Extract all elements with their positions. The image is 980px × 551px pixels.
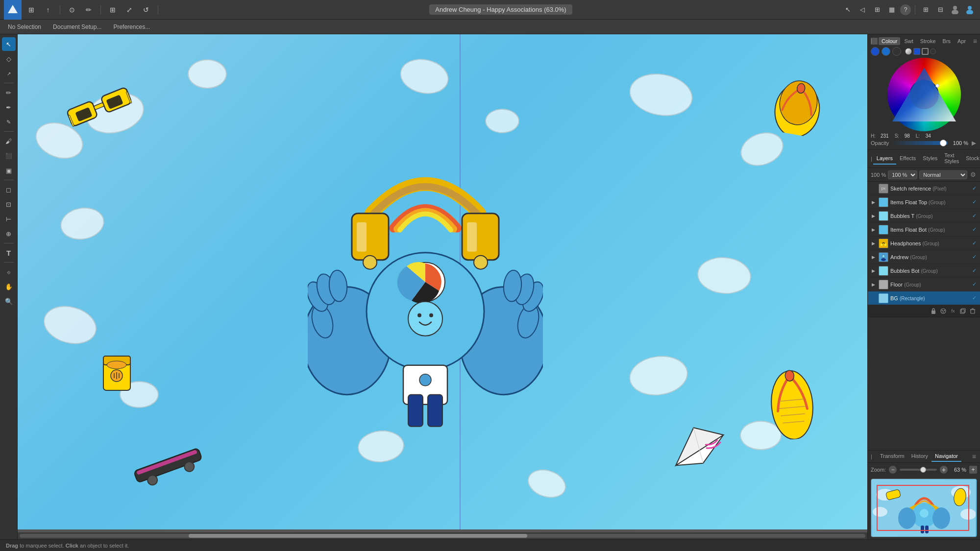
layer-arrow-bubbles-bot[interactable]: ▶ (872, 268, 877, 273)
toolbar-expand-icon[interactable]: ⤢ (122, 3, 136, 17)
tab-swt[interactable]: Swt (901, 37, 916, 45)
tool-node[interactable]: ◇ (2, 52, 16, 66)
stroke-color-preview[interactable] (922, 48, 929, 55)
layer-visible-andrew[interactable]: ✓ (970, 253, 978, 261)
panel-menu-icon[interactable]: ≡ (973, 37, 977, 45)
layer-arrow-bubbles-t[interactable]: ▶ (872, 214, 877, 218)
document-setup-btn[interactable]: Document Setup... (50, 23, 104, 31)
layer-fx-icon[interactable]: fx (949, 307, 957, 315)
tool-blend[interactable]: ⟐ (2, 265, 16, 279)
tab-history[interactable]: History (908, 451, 931, 462)
layer-visible-sketch[interactable]: ✓ (970, 185, 978, 192)
toolbar-share-icon[interactable]: ↑ (41, 3, 55, 17)
toolbar-grid-icon[interactable]: ⊞ (24, 3, 38, 17)
toolbar-pointer-icon[interactable]: ↖ (841, 3, 854, 16)
toolbar-person2-icon[interactable] (963, 3, 976, 16)
toolbar-back-icon[interactable]: ◁ (856, 3, 869, 16)
toolbar-grid3-icon[interactable]: ⊞ (919, 3, 932, 16)
tab-stroke[interactable]: Stroke (917, 37, 939, 45)
tool-fill[interactable]: ⬛ (2, 149, 16, 163)
layer-item-bubbles-bot[interactable]: ▶ Bubbles Bot (Group) ✓ (868, 264, 980, 278)
preferences-btn[interactable]: Preferences... (110, 23, 153, 31)
layer-visible-float-bot[interactable]: ✓ (970, 226, 978, 234)
layer-copy-icon[interactable] (958, 307, 967, 315)
layer-item-andrew[interactable]: ▶ Andrew (Group) ✓ (868, 250, 980, 264)
bottom-panel-pin[interactable]: | (870, 452, 877, 461)
opacity-slider-thumb[interactable] (940, 140, 947, 146)
layer-item-float-top[interactable]: ▶ Items Float Top (Group) ✓ (868, 195, 980, 209)
tab-stock[interactable]: Stock (962, 153, 980, 165)
tool-hand[interactable]: ✋ (2, 280, 16, 293)
color-swatch-blue[interactable] (871, 47, 880, 56)
layer-delete-icon[interactable] (968, 307, 977, 315)
tool-text[interactable]: T (2, 246, 16, 260)
layer-visible-bubbles-t[interactable]: ✓ (970, 212, 978, 220)
scroll-thumb[interactable] (189, 534, 527, 538)
layer-palette-icon[interactable] (939, 307, 948, 315)
layer-item-floor[interactable]: ▶ Floor (Group) ✓ (868, 278, 980, 291)
tab-text-styles[interactable]: Text Styles (941, 150, 962, 168)
layer-arrow-floor[interactable]: ▶ (872, 282, 877, 287)
fill-color-preview[interactable] (913, 48, 920, 55)
layer-visible-headphones[interactable]: ✓ (970, 240, 978, 247)
tab-transform[interactable]: Transform (877, 451, 908, 462)
layer-item-headphones[interactable]: ▶ Headphones (Group) ✓ (868, 237, 980, 250)
color-swatch-blue2[interactable] (882, 47, 890, 56)
no-selection-btn[interactable]: No Selection (5, 23, 44, 31)
zoom-slider-thumb[interactable] (920, 467, 926, 473)
tool-pencil[interactable]: ✎ (2, 115, 16, 129)
zoom-slider[interactable] (900, 469, 937, 471)
zoom-minus-btn[interactable]: − (889, 466, 897, 474)
layer-visible-float-top[interactable]: ✓ (970, 198, 978, 206)
toolbar-person1-icon[interactable] (949, 3, 961, 16)
layer-visible-bubbles-bot[interactable]: ✓ (970, 267, 978, 275)
tool-paint[interactable]: 🖌 (2, 134, 16, 148)
color-wheel[interactable] (887, 58, 961, 131)
document-title[interactable]: Andrew Cheung - Happy Associations (63.0… (429, 4, 572, 15)
layer-blend-select[interactable]: Normal Multiply Screen Overlay (919, 170, 967, 179)
layer-item-bg[interactable]: BG (Rectangle) ✓ (868, 291, 980, 305)
tab-apr[interactable]: Apr (955, 37, 969, 45)
layer-item-bubbles-t[interactable]: ▶ Bubbles T (Group) ✓ (868, 209, 980, 223)
tool-zoom[interactable]: ⊕ (2, 227, 16, 240)
tab-brs[interactable]: Brs (940, 37, 954, 45)
toolbar-brush-icon[interactable]: ✏ (82, 3, 96, 17)
tool-pointer[interactable]: ↖ (2, 37, 16, 51)
layer-visible-bg[interactable]: ✓ (970, 294, 978, 302)
layer-item-float-bot[interactable]: ▶ Items Float Bot (Group) ✓ (868, 223, 980, 237)
toolbar-grid2-icon[interactable]: ⊞ (106, 3, 120, 17)
layer-arrow-andrew[interactable]: ▶ (872, 255, 877, 260)
tab-navigator[interactable]: Navigator (931, 451, 961, 462)
layer-arrow-float-top[interactable]: ▶ (872, 200, 877, 205)
tab-colour[interactable]: Colour (879, 37, 900, 45)
toolbar-table-icon[interactable]: ⊞ (871, 3, 883, 16)
tool-subselect[interactable]: ↗ (2, 67, 16, 80)
zoom-expand-btn[interactable]: + (969, 466, 977, 474)
layer-arrow-headphones[interactable]: ▶ (872, 241, 877, 246)
tool-zoom2[interactable]: 🔍 (2, 294, 16, 308)
canvas-area[interactable] (18, 34, 867, 539)
color-wheel-cursor[interactable] (935, 84, 939, 88)
tool-pen[interactable]: ✒ (2, 100, 16, 114)
toolbar-layout-icon[interactable]: ▦ (885, 3, 898, 16)
canvas-scrollbar[interactable] (18, 532, 867, 539)
layer-item-sketch[interactable]: px Sketch reference (Pixel) ✓ (868, 182, 980, 195)
layer-opacity-select[interactable]: 100 % 75 % 50 % (888, 170, 917, 179)
tool-erase[interactable]: ◻ (2, 183, 16, 196)
toolbar-camera-icon[interactable]: ⊙ (65, 3, 79, 17)
navigator-thumbnail[interactable] (871, 479, 977, 537)
layer-settings-icon[interactable]: ⚙ (969, 170, 977, 179)
layer-visible-floor[interactable]: ✓ (970, 281, 978, 288)
color-dark-swatch[interactable] (930, 48, 936, 54)
tab-styles[interactable]: Styles (919, 153, 941, 165)
bottom-panel-menu[interactable]: ≡ (970, 451, 978, 462)
tool-crop[interactable]: ⊡ (2, 197, 16, 211)
zoom-plus-btn[interactable]: + (940, 466, 948, 474)
tab-effects[interactable]: Effects (896, 153, 919, 165)
tool-gradient[interactable]: ▣ (2, 164, 16, 177)
layers-panel-pin[interactable]: | (870, 154, 873, 164)
scroll-track[interactable] (20, 534, 865, 538)
toolbar-rotate-icon[interactable]: ↺ (139, 3, 153, 17)
tool-measure[interactable]: ⊢ (2, 212, 16, 226)
eyedropper-icon[interactable] (905, 48, 912, 55)
